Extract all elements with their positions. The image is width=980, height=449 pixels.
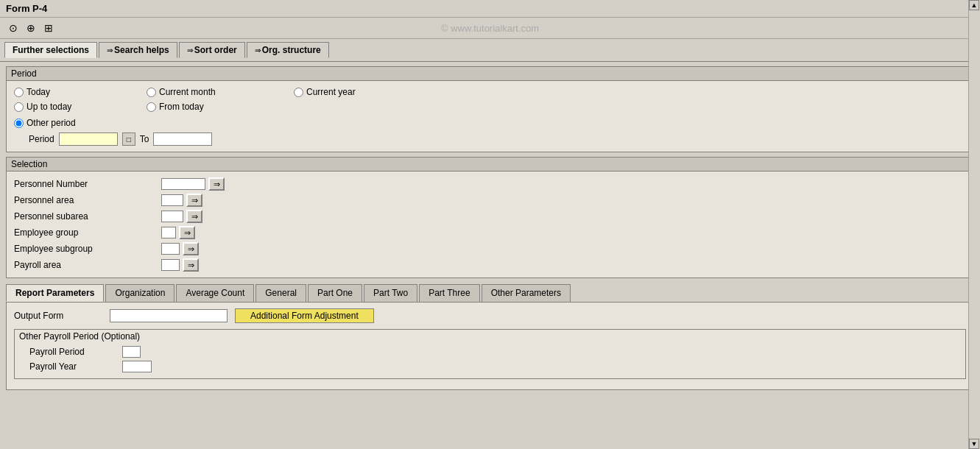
optional-payroll-section: Other Payroll Period (Optional) Payroll … <box>14 329 966 379</box>
tab-organization[interactable]: Organization <box>105 284 175 302</box>
tab-other-parameters[interactable]: Other Parameters <box>482 284 571 302</box>
period-title: Period <box>7 67 973 81</box>
period-radios: Today Current month Current year Up to t… <box>14 87 966 112</box>
scroll-up-btn[interactable]: ▲ <box>969 0 979 10</box>
selection-content: Personnel Number ⇒ Personnel area ⇒ Pers… <box>7 172 973 277</box>
scrollbar[interactable]: ▲ ▼ <box>968 0 980 449</box>
payroll-area-arrow-btn[interactable]: ⇒ <box>183 258 199 272</box>
employee-subgroup-label: Employee subgroup <box>14 242 161 255</box>
personnel-number-controls: ⇒ <box>161 177 966 191</box>
personnel-number-label: Personnel Number <box>14 177 161 191</box>
tab-label: Further selections <box>13 45 89 55</box>
radio-up-to-today-label: Up to today <box>27 102 71 112</box>
arrow-icon: ⇒ <box>255 46 261 54</box>
radio-today-label: Today <box>27 87 50 97</box>
personnel-subarea-label: Personnel subarea <box>14 210 161 223</box>
employee-subgroup-controls: ⇒ <box>161 242 966 255</box>
payroll-area-input[interactable] <box>161 259 180 271</box>
payroll-year-input[interactable] <box>122 361 152 372</box>
scroll-down-btn[interactable]: ▼ <box>969 439 979 449</box>
title-bar: Form P-4 <box>0 0 980 18</box>
flag-icon[interactable]: ⊞ <box>41 21 56 35</box>
radio-current-month[interactable]: Current month <box>147 87 294 97</box>
payroll-area-controls: ⇒ <box>161 258 966 272</box>
radio-current-year-label: Current year <box>306 87 356 97</box>
tab-further-selections[interactable]: Further selections <box>4 42 97 58</box>
output-form-input[interactable] <box>110 309 228 322</box>
employee-group-arrow-btn[interactable]: ⇒ <box>179 226 195 239</box>
radio-current-year[interactable]: Current year <box>294 87 441 97</box>
arrow-icon: ⇒ <box>107 46 113 54</box>
toolbar: ⊙ ⊕ ⊞ © www.tutorialkart.com <box>0 18 980 39</box>
personnel-subarea-controls: ⇒ <box>161 210 966 223</box>
tab-org-structure[interactable]: ⇒ Org. structure <box>247 42 329 58</box>
personnel-area-input[interactable] <box>161 194 183 206</box>
radio-other-period[interactable]: Other period <box>14 118 966 128</box>
watermark: © www.tutorialkart.com <box>441 23 539 34</box>
payroll-year-label: Payroll Year <box>29 361 118 372</box>
employee-subgroup-input[interactable] <box>161 243 180 255</box>
tab-label: Org. structure <box>262 45 321 55</box>
employee-subgroup-arrow-btn[interactable]: ⇒ <box>183 242 199 255</box>
payroll-year-row: Payroll Year <box>29 361 951 372</box>
to-label: To <box>140 134 149 144</box>
calendar-button[interactable]: □ <box>122 132 135 146</box>
tab-part-two[interactable]: Part Two <box>364 284 417 302</box>
radio-current-year-input[interactable] <box>294 88 303 97</box>
payroll-period-label: Payroll Period <box>29 347 118 357</box>
period-content: Today Current month Current year Up to t… <box>7 81 973 152</box>
tab-general[interactable]: General <box>255 284 306 302</box>
radio-up-to-today-input[interactable] <box>14 102 24 112</box>
tab-sort-order[interactable]: ⇒ Sort order <box>179 42 245 58</box>
tab-part-three[interactable]: Part Three <box>419 284 479 302</box>
tab-average-count[interactable]: Average Count <box>176 284 254 302</box>
tab-content-report-parameters: Output Form Additional Form Adjustment O… <box>6 302 974 390</box>
payroll-period-row: Payroll Period <box>29 346 951 358</box>
radio-current-month-label: Current month <box>159 87 216 97</box>
personnel-number-arrow-btn[interactable]: ⇒ <box>208 177 225 191</box>
selection-title: Selection <box>7 158 973 172</box>
radio-today[interactable]: Today <box>14 87 147 97</box>
period-to-input[interactable] <box>153 132 212 146</box>
period-section: Period Today Current month Current year … <box>6 66 974 152</box>
selection-section: Selection Personnel Number ⇒ Personnel a… <box>6 157 974 278</box>
personnel-subarea-input[interactable] <box>161 211 183 222</box>
personnel-area-controls: ⇒ <box>161 194 966 207</box>
bottom-tabs-row: Report Parameters Organization Average C… <box>6 284 974 302</box>
payroll-period-input[interactable] <box>122 346 141 358</box>
radio-current-month-input[interactable] <box>147 88 156 97</box>
optional-title: Other Payroll Period (Optional) <box>15 330 965 343</box>
arrow-icon: ⇒ <box>187 46 193 54</box>
output-form-row: Output Form Additional Form Adjustment <box>14 308 966 323</box>
personnel-area-label: Personnel area <box>14 194 161 207</box>
employee-group-label: Employee group <box>14 226 161 239</box>
employee-group-controls: ⇒ <box>161 226 966 239</box>
copy-icon[interactable]: ⊕ <box>24 21 38 35</box>
personnel-area-arrow-btn[interactable]: ⇒ <box>186 194 202 207</box>
payroll-area-label: Payroll area <box>14 258 161 272</box>
tab-report-parameters[interactable]: Report Parameters <box>6 284 104 302</box>
form-title: Form P-4 <box>6 3 47 14</box>
output-form-label: Output Form <box>14 311 102 321</box>
radio-today-input[interactable] <box>14 88 24 97</box>
radio-up-to-today[interactable]: Up to today <box>14 102 147 112</box>
radio-from-today-label: From today <box>159 102 204 112</box>
personnel-subarea-arrow-btn[interactable]: ⇒ <box>186 210 202 223</box>
tab-part-one[interactable]: Part One <box>308 284 362 302</box>
radio-from-today-input[interactable] <box>147 102 156 112</box>
additional-form-adjustment-button[interactable]: Additional Form Adjustment <box>235 308 374 323</box>
period-from-input[interactable] <box>59 132 118 146</box>
tab-label: Search helps <box>114 45 169 55</box>
personnel-number-input[interactable] <box>161 178 205 190</box>
radio-from-today[interactable]: From today <box>147 102 294 112</box>
radio-other-period-input[interactable] <box>14 119 24 128</box>
back-icon[interactable]: ⊙ <box>6 21 21 35</box>
top-tab-bar: Further selections ⇒ Search helps ⇒ Sort… <box>0 39 980 62</box>
period-input-row: Period □ To <box>29 132 966 146</box>
period-label: Period <box>29 134 54 144</box>
bottom-tabs-container: Report Parameters Organization Average C… <box>6 284 974 390</box>
employee-group-input[interactable] <box>161 227 176 238</box>
selection-grid: Personnel Number ⇒ Personnel area ⇒ Pers… <box>14 177 966 272</box>
tab-search-helps[interactable]: ⇒ Search helps <box>99 42 177 58</box>
optional-content: Payroll Period Payroll Year <box>15 343 965 378</box>
